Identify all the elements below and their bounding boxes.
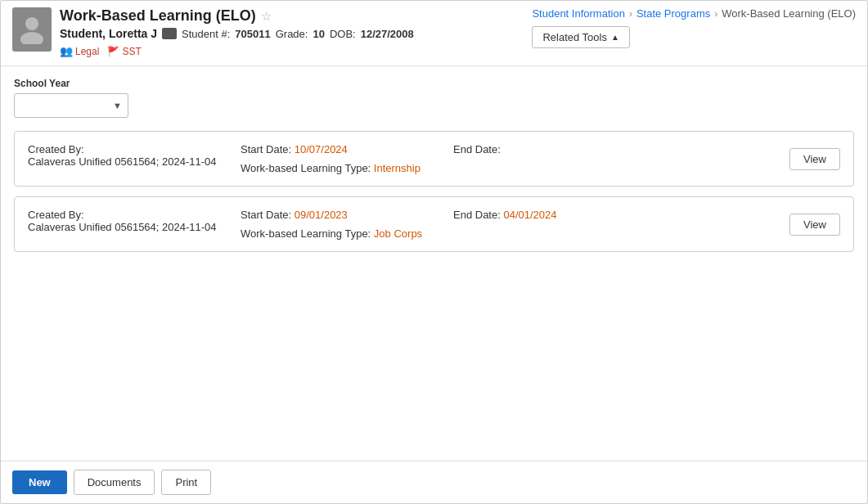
start-date-label-1: Start Date: (241, 143, 291, 155)
breadcrumb-state-programs[interactable]: State Programs (636, 7, 710, 20)
type-label-1: Work-based Learning Type: (241, 162, 371, 174)
start-date-field-2: Start Date: 09/01/2023 (241, 209, 453, 221)
header-left: Work-Based Learning (ELO) ☆ Student, Lor… (12, 7, 414, 57)
related-tools-label: Related Tools (542, 31, 607, 43)
header-right: Student Information › State Programs › W… (532, 7, 856, 48)
page-title: Work-Based Learning (ELO) (60, 7, 256, 25)
end-date-label-2: End Date: (453, 209, 501, 221)
related-tools-button[interactable]: Related Tools ▲ (532, 26, 629, 48)
sst-label: SST (122, 46, 141, 57)
type-field-2: Work-based Learning Type: Job Corps (241, 227, 453, 240)
created-by-label-2: Created By: (28, 209, 84, 221)
title-row: Work-Based Learning (ELO) ☆ (60, 7, 414, 25)
documents-button[interactable]: Documents (74, 470, 155, 495)
type-field-1: Work-based Learning Type: Internship (241, 162, 453, 174)
badges: 👥 Legal 🚩 SST (60, 45, 414, 57)
student-name: Student, Loretta J (60, 27, 157, 40)
school-year-label: School Year (14, 78, 854, 89)
school-year-wrapper: ▼ (14, 93, 128, 118)
main-content: School Year ▼ Start Date: 10/07/2024 End… (1, 66, 867, 461)
view-button-1[interactable]: View (789, 148, 840, 170)
student-number: 705011 (235, 28, 270, 40)
breadcrumb-sep-2: › (714, 8, 717, 20)
chevron-up-icon: ▲ (611, 33, 619, 42)
student-details: Student, Loretta J Student #: 705011 Gra… (60, 27, 414, 40)
id-card-icon[interactable] (162, 28, 177, 39)
created-by-field-2: Created By: Calaveras Unified 0561564; 2… (28, 209, 241, 240)
avatar (12, 7, 52, 52)
header-info: Work-Based Learning (ELO) ☆ Student, Lor… (60, 7, 414, 57)
created-by-field-1: Created By: Calaveras Unified 0561564; 2… (28, 143, 241, 174)
breadcrumb: Student Information › State Programs › W… (532, 7, 856, 20)
sst-badge[interactable]: 🚩 SST (107, 45, 141, 57)
people-icon: 👥 (60, 45, 73, 57)
breadcrumb-current: Work-Based Learning (ELO) (722, 7, 856, 20)
breadcrumb-student-info[interactable]: Student Information (532, 7, 624, 20)
student-number-label: Student #: (182, 28, 230, 40)
star-icon[interactable]: ☆ (261, 9, 272, 24)
grade-value: 10 (313, 28, 324, 40)
end-date-value-2: 04/01/2024 (503, 209, 556, 221)
page-container: Work-Based Learning (ELO) ☆ Student, Lor… (0, 0, 868, 504)
type-value-1: Internship (374, 162, 421, 174)
footer: New Documents Print (1, 461, 867, 503)
print-button[interactable]: Print (161, 470, 211, 495)
start-date-value-2: 09/01/2023 (295, 209, 348, 221)
legal-label: Legal (75, 46, 99, 57)
dob-value: 12/27/2008 (361, 28, 414, 40)
view-btn-cell-1: View (776, 148, 840, 170)
created-by-label-1: Created By: (28, 143, 84, 155)
type-value-2: Job Corps (374, 227, 422, 240)
record-card-2: Start Date: 09/01/2023 End Date: 04/01/2… (14, 196, 854, 252)
grade-label: Grade: (276, 28, 308, 40)
start-date-field-1: Start Date: 10/07/2024 (241, 143, 453, 155)
school-year-select[interactable] (14, 93, 128, 118)
created-by-value-1: Calaveras Unified 0561564; 2024-11-04 (28, 155, 217, 168)
end-date-field-1: End Date: (453, 143, 776, 155)
created-by-value-2: Calaveras Unified 0561564; 2024-11-04 (28, 221, 217, 233)
view-btn-cell-2: View (776, 214, 840, 236)
new-button[interactable]: New (12, 470, 67, 494)
flag-icon: 🚩 (107, 46, 119, 57)
type-label-2: Work-based Learning Type: (241, 227, 371, 240)
svg-point-0 (25, 17, 38, 30)
start-date-label-2: Start Date: (241, 209, 291, 221)
dob-label: DOB: (330, 28, 356, 40)
header: Work-Based Learning (ELO) ☆ Student, Lor… (1, 1, 867, 66)
legal-badge[interactable]: 👥 Legal (60, 45, 99, 57)
record-card-1: Start Date: 10/07/2024 End Date: Created… (14, 131, 854, 187)
end-date-field-2: End Date: 04/01/2024 (453, 209, 776, 221)
start-date-value-1: 10/07/2024 (295, 143, 348, 155)
view-button-2[interactable]: View (789, 214, 840, 236)
breadcrumb-sep-1: › (629, 8, 632, 20)
svg-point-1 (20, 32, 43, 44)
end-date-label-1: End Date: (453, 143, 501, 155)
